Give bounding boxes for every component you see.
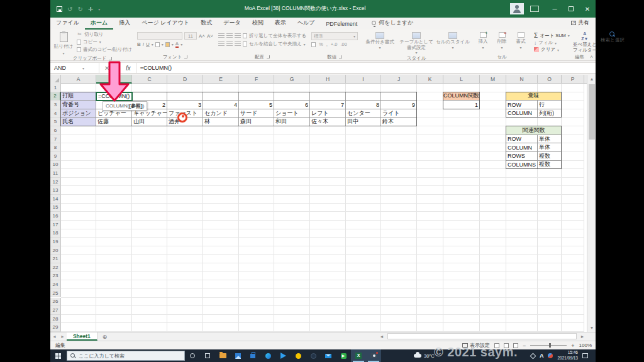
grid-cell-N9[interactable]: ROWS xyxy=(506,152,538,161)
column-header-L[interactable]: L xyxy=(443,75,480,84)
tab-4[interactable]: 数式 xyxy=(195,17,218,30)
grid-cell-G3[interactable]: 6 xyxy=(274,101,310,109)
tab-9[interactable]: PDFelement xyxy=(320,19,363,30)
bold-button[interactable]: B xyxy=(137,41,141,47)
column-header-J[interactable]: J xyxy=(381,75,417,84)
spreadsheet-grid[interactable]: ABCDEFGHIJKLMNOP123456789101112131415161… xyxy=(50,75,587,332)
row-header-14[interactable]: 14 xyxy=(50,195,61,204)
formula-input[interactable]: =COLUMN() xyxy=(136,65,596,71)
tab-3[interactable]: ページ レイアウト xyxy=(136,17,195,30)
tab-5[interactable]: データ xyxy=(218,17,246,30)
row-header-20[interactable]: 20 xyxy=(50,246,61,255)
row-header-9[interactable]: 9 xyxy=(50,152,61,161)
decrease-decimal-button[interactable]: .00 xyxy=(340,41,347,47)
grow-font-icon[interactable]: A˄ xyxy=(199,33,205,39)
row-header-7[interactable]: 7 xyxy=(50,135,61,144)
row-header-18[interactable]: 18 xyxy=(50,229,61,238)
green-app-button[interactable]: ▶ xyxy=(336,349,351,362)
grid-cell-N6[interactable]: 関連関数 xyxy=(506,126,562,135)
column-header-H[interactable]: H xyxy=(310,75,346,84)
zoom-slider[interactable] xyxy=(530,345,567,346)
format-painter-button[interactable]: 書式のコピー/貼り付け xyxy=(77,46,132,53)
scroll-right-icon[interactable]: ► xyxy=(578,334,587,339)
italic-button[interactable]: I xyxy=(143,41,144,47)
borders-icon[interactable] xyxy=(155,42,160,47)
tray-sphere-icon[interactable] xyxy=(548,353,553,358)
zoom-out-icon[interactable]: − xyxy=(523,343,526,349)
grid-cell-F2[interactable] xyxy=(239,92,274,101)
tab-6[interactable]: 校閲 xyxy=(247,17,269,30)
excel-taskbar-button[interactable]: X xyxy=(351,349,366,362)
grid-cell-A5[interactable]: 氏名 xyxy=(61,118,96,126)
save-icon[interactable] xyxy=(57,6,62,12)
sort-filter-button[interactable]: AZ▼並べ替えとフィルター xyxy=(572,31,597,53)
grid-cell-J4[interactable]: ライト xyxy=(381,109,417,118)
grid-cell-D3[interactable]: 3 xyxy=(167,101,203,109)
camera-recorder-button[interactable] xyxy=(366,349,381,362)
scroll-up-icon[interactable]: ▲ xyxy=(587,75,596,83)
column-header-G[interactable]: G xyxy=(274,75,310,84)
touch-mode-icon[interactable]: ✛ xyxy=(88,6,93,13)
new-sheet-icon[interactable]: ⊕ xyxy=(103,334,108,340)
tab-1[interactable]: ホーム xyxy=(85,17,113,30)
grid-cell-O8[interactable]: 単体 xyxy=(538,143,562,152)
grid-cell-J2[interactable] xyxy=(381,92,417,101)
row-header-25[interactable]: 25 xyxy=(50,289,61,298)
row-header-22[interactable]: 22 xyxy=(50,263,61,272)
underline-button[interactable]: U xyxy=(146,41,150,47)
grid-cell-H3[interactable]: 7 xyxy=(310,101,346,109)
notification-center-icon[interactable] xyxy=(582,353,588,358)
weather-widget[interactable]: 30°C xyxy=(414,353,435,359)
grid-cell-O4[interactable]: 列(桁) xyxy=(538,109,562,118)
row-header-29[interactable]: 29 xyxy=(50,323,61,332)
grid-cell-E3[interactable]: 4 xyxy=(203,101,239,109)
ribbon-display-options-icon[interactable] xyxy=(530,6,539,12)
column-header-N[interactable]: N xyxy=(506,75,538,84)
column-header-D[interactable]: D xyxy=(167,75,203,84)
row-header-24[interactable]: 24 xyxy=(50,280,61,289)
dialog-launcher-icon[interactable] xyxy=(267,55,270,58)
grid-cell-A3[interactable]: 背番号 xyxy=(61,101,96,109)
account-avatar[interactable] xyxy=(510,3,524,14)
scroll-left-icon[interactable]: ◄ xyxy=(377,334,386,339)
cell-styles-button[interactable]: セルのスタイル▾ xyxy=(436,31,470,50)
grid-cell-F3[interactable]: 5 xyxy=(239,101,274,109)
clock[interactable]: 15:46 2021/09/13 xyxy=(557,350,578,361)
row-header-8[interactable]: 8 xyxy=(50,143,61,152)
restore-button[interactable] xyxy=(563,0,579,18)
dialog-launcher-icon[interactable] xyxy=(339,55,342,58)
minimize-button[interactable]: ─ xyxy=(547,0,563,18)
grid-cell-A2[interactable]: 打順 xyxy=(61,92,96,101)
row-header-3[interactable]: 3 xyxy=(50,101,61,109)
align-bottom-icon[interactable] xyxy=(235,33,241,38)
font-size-box[interactable]: 11 xyxy=(184,32,197,40)
grid-cell-F4[interactable]: サード xyxy=(239,109,274,118)
grid-cell-I3[interactable]: 8 xyxy=(346,101,381,109)
insert-cells-button[interactable]: 挿入▾ xyxy=(475,31,491,50)
accounting-format-icon[interactable] xyxy=(311,42,316,47)
column-header-M[interactable]: M xyxy=(480,75,506,84)
grid-cell-N3[interactable]: ROW xyxy=(506,101,538,109)
grid-cell-H2[interactable] xyxy=(310,92,346,101)
tab-2[interactable]: 挿入 xyxy=(113,17,136,30)
tray-link-icon[interactable] xyxy=(530,353,536,359)
row-header-19[interactable]: 19 xyxy=(50,238,61,246)
row-header-15[interactable]: 15 xyxy=(50,204,61,212)
find-select-button[interactable]: 検索と選択 xyxy=(600,31,625,43)
row-header-12[interactable]: 12 xyxy=(50,178,61,187)
column-header-O[interactable]: O xyxy=(538,75,562,84)
format-as-table-button[interactable]: テーブルとして書式設定▾ xyxy=(399,31,433,55)
align-right-icon[interactable] xyxy=(235,41,241,47)
taskbar-search-input[interactable]: ここに入力して検索 xyxy=(67,351,185,361)
grid-cell-J5[interactable]: 鈴木 xyxy=(381,118,417,126)
fill-color-icon[interactable] xyxy=(165,42,170,47)
mail-button[interactable] xyxy=(321,349,336,362)
shrink-font-icon[interactable]: A˅ xyxy=(207,33,213,39)
grid-cell-O10[interactable]: 複数 xyxy=(538,161,562,170)
clear-button[interactable]: クリア▾ xyxy=(534,47,570,53)
font-color-icon[interactable]: A xyxy=(175,41,179,48)
grid-cell-G5[interactable]: 和田 xyxy=(274,118,310,126)
grid-cell-D2[interactable] xyxy=(167,92,203,101)
grid-cell-O7[interactable]: 単体 xyxy=(538,135,562,144)
zoom-in-icon[interactable]: + xyxy=(571,343,574,349)
